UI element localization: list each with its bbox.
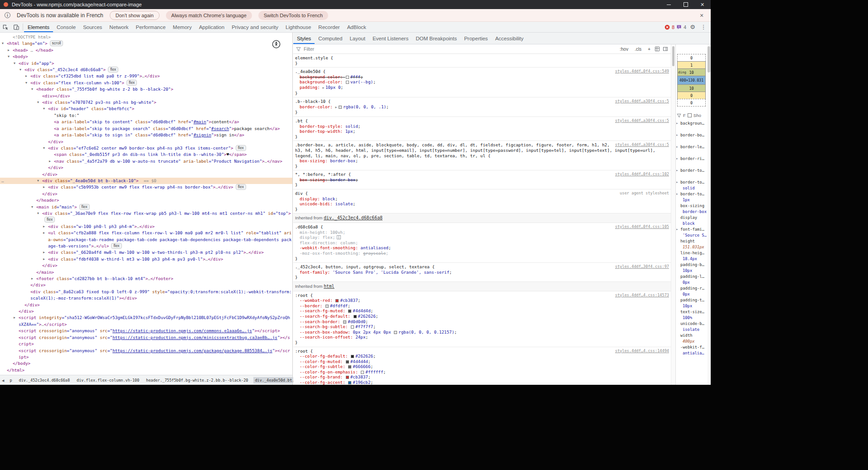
color-swatch[interactable]: [351, 355, 354, 358]
dom-tree-row[interactable]: ▸<script integrity="sha512-WGoWrOWsaCr53…: [0, 315, 292, 328]
dom-tree-row[interactable]: ▸<footer class="cd2827bb bt b--black-10 …: [0, 276, 292, 282]
dom-tree-row[interactable]: </div>: [0, 302, 292, 308]
twisty-collapsed-icon[interactable]: ▸: [43, 184, 48, 190]
twisty-expanded-icon[interactable]: ▾: [37, 99, 42, 106]
dom-tree-row[interactable]: </html>: [0, 367, 292, 373]
stylesheet-link[interactable]: styles.4ddf…0f4.css:549: [615, 69, 669, 74]
color-swatch[interactable]: [346, 76, 349, 79]
css-declaration[interactable]: --color-fg-brand: #cb3837;: [295, 374, 669, 380]
computed-property-name[interactable]: text-size…: [676, 309, 707, 315]
css-declaration[interactable]: border-top-style: solid;: [295, 124, 669, 129]
dom-tree-row[interactable]: </body>: [0, 360, 292, 367]
dom-tree-row[interactable]: ▾<html lang="en">scroll: [0, 40, 292, 47]
dom-tree-row[interactable]: ▾<div class="e7070742 pv3-ns ph1-ns bg-w…: [0, 99, 292, 106]
computed-property-name[interactable]: box-sizing: [676, 203, 707, 209]
dom-tree-row[interactable]: ▾<div class="_36ae70e9 flex flex-row fle…: [0, 210, 292, 223]
issue-count[interactable]: 4: [684, 24, 686, 30]
dom-tree-row[interactable]: ▸<div class="_6620a4fd mw8-l mw-100 w-10…: [0, 249, 292, 256]
tab-elements[interactable]: Elements: [24, 22, 53, 32]
error-count[interactable]: 8: [672, 24, 674, 30]
dom-tree-row[interactable]: </div>: [0, 308, 292, 315]
inherited-element-link[interactable]: html: [324, 284, 335, 289]
color-swatch[interactable]: [343, 320, 346, 324]
dom-tree-row[interactable]: <script crossorigin="anonymous" src="htt…: [0, 328, 292, 334]
stylesheet-link[interactable]: styles.4ddf…a30f4.css:5: [615, 142, 669, 148]
tab-network[interactable]: Network: [106, 22, 132, 32]
box-model-border[interactable]: 0: [677, 92, 706, 99]
tab-console[interactable]: Console: [53, 22, 79, 32]
flex-badge[interactable]: flex: [108, 67, 118, 73]
dom-tree-row[interactable]: </div>: [0, 282, 292, 288]
computed-sidebar-icon[interactable]: [663, 46, 668, 52]
rule-selector[interactable]: :root: [295, 349, 308, 354]
twisty-collapsed-icon[interactable]: ▸: [8, 47, 12, 53]
rule-selector[interactable]: .d68c66a8: [295, 224, 318, 229]
sidebar-tab-event-listeners[interactable]: Event Listeners: [369, 33, 412, 44]
dom-tree-row[interactable]: ▾<div class="flex flex-column vh-100">fl…: [0, 80, 292, 86]
color-swatch[interactable]: [348, 381, 351, 384]
rule-selector[interactable]: .b--black-10: [295, 99, 325, 104]
tab-privacy-and-security[interactable]: Privacy and security: [228, 22, 282, 32]
computed-property-name[interactable]: height: [676, 238, 707, 244]
css-declaration[interactable]: padding: ▸ 10px 0;: [295, 85, 669, 91]
dom-tree-row[interactable]: </main>: [0, 269, 292, 276]
flex-badge[interactable]: flex: [236, 145, 246, 151]
twisty-collapsed-icon[interactable]: ▸: [14, 315, 18, 321]
twisty-expanded-icon[interactable]: ▾: [37, 178, 42, 184]
flex-badge[interactable]: flex: [79, 204, 90, 210]
styles-filter-input[interactable]: Filter: [304, 46, 314, 52]
computed-property-name[interactable]: width: [676, 333, 707, 339]
dom-tree-row[interactable]: ▾<div class="_452c3ec4 d68c66a8">flex: [0, 67, 292, 73]
dom-tree-row[interactable]: </div>: [0, 262, 292, 269]
css-declaration[interactable]: --search-fg-default: #262626;: [295, 314, 669, 319]
styles-scrollbar[interactable]: [671, 44, 675, 385]
dom-tree-row[interactable]: </div>: [0, 139, 292, 145]
css-declaration[interactable]: --color-fg-muted: #4d4d4d;: [295, 359, 669, 364]
sidebar-tab-layout[interactable]: Layout: [346, 33, 369, 44]
inspect-icon[interactable]: [0, 22, 11, 32]
dom-tree-row[interactable]: </div>: [0, 171, 292, 178]
issues-icon[interactable]: [676, 24, 682, 30]
computed-property-name[interactable]: unicode-b…: [676, 321, 707, 327]
computed-filter-input[interactable]: F: [683, 113, 686, 118]
element-states-icon[interactable]: [655, 46, 660, 52]
maximize-button[interactable]: [677, 0, 694, 9]
computed-property-name[interactable]: padding-l…: [676, 274, 707, 280]
dom-tree-row[interactable]: <a aria-label="skip to content" class="d…: [0, 119, 292, 125]
minimize-button[interactable]: [660, 0, 677, 9]
twisty-collapsed-icon[interactable]: ▸: [43, 223, 48, 230]
stylesheet-link[interactable]: styles.4ddf…4.css:14494: [615, 349, 669, 354]
tab-application[interactable]: Application: [195, 22, 228, 32]
twisty-expanded-icon[interactable]: ▾: [31, 204, 36, 210]
twisty-expanded-icon[interactable]: ▾: [25, 80, 30, 86]
tab-lighthouse[interactable]: Lighthouse: [282, 22, 315, 32]
rule-selector[interactable]: div: [295, 191, 303, 196]
color-swatch[interactable]: [346, 360, 349, 363]
sidebar-tab-properties[interactable]: Properties: [461, 33, 491, 44]
dom-tree-row[interactable]: ▾<div id="app">: [0, 60, 292, 67]
css-declaration[interactable]: --wombat-red: #cb3837;: [295, 298, 669, 303]
sidebar-tab-computed[interactable]: Computed: [315, 33, 346, 44]
color-swatch[interactable]: [354, 315, 357, 318]
dom-tree-row[interactable]: ▸<div class="cf325dbd list ma0 pa0 tr z-…: [0, 73, 292, 79]
tab-performance[interactable]: Performance: [132, 22, 170, 32]
breadcrumb-item[interactable]: div.flex.flex-column.vh-100: [75, 377, 141, 383]
breadcrumb-scroll-left-icon[interactable]: [2, 378, 4, 383]
row-menu-icon[interactable]: …: [1, 178, 4, 184]
css-declaration[interactable]: --color-fg-on-emphasis: #ffffff;: [295, 369, 669, 375]
twisty-expanded-icon[interactable]: ▾: [2, 40, 6, 47]
rule-selector[interactable]: element.style: [295, 55, 328, 60]
css-declaration[interactable]: --color-fg-default: #262626;: [295, 354, 669, 359]
dom-tree-row[interactable]: <script crossorigin="anonymous" src="htt…: [0, 334, 292, 348]
computed-property-name[interactable]: -webkit-f…: [676, 344, 707, 350]
dom-tree-row[interactable]: ▾<div id="header" class="bbefbfcc">: [0, 106, 292, 112]
twisty-collapsed-icon[interactable]: ▸: [43, 249, 48, 256]
flex-badge[interactable]: flex: [44, 217, 55, 223]
computed-property-name[interactable]: display: [676, 215, 707, 221]
switch-to-french-button[interactable]: Switch DevTools to French: [258, 11, 328, 20]
computed-property-name[interactable]: ▸font-fami…: [676, 227, 707, 233]
tab-recorder[interactable]: Recorder: [315, 22, 343, 32]
breadcrumb-item[interactable]: header._755f5b0f.bg-white.z-2.bb.b--blac…: [145, 377, 249, 383]
twisty-expanded-icon[interactable]: ▾: [37, 210, 42, 217]
rule-selector[interactable]: ._452c3ec4, button, input, optgroup, sel…: [295, 264, 430, 269]
